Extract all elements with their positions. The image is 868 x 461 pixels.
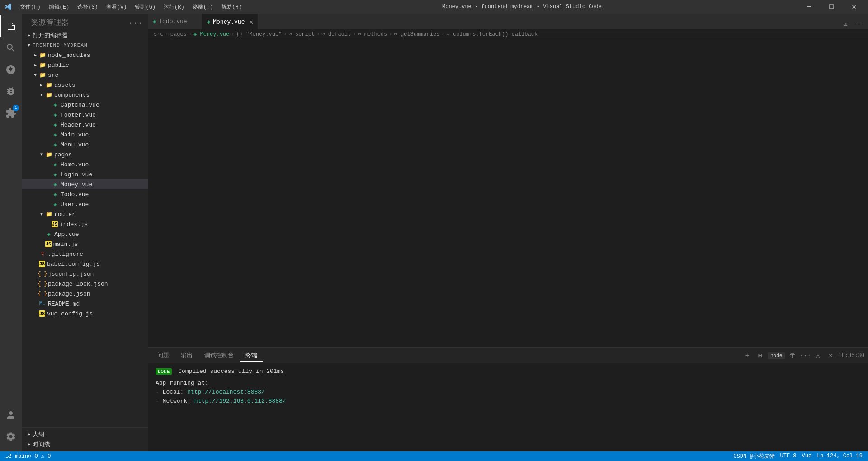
sidebar-item-gitignore[interactable]: ▶ ⌥ .gitignore [22,249,148,259]
sidebar-item-readme[interactable]: ▶ M↓ README.md [22,299,148,309]
vue-icon: ◈ [52,181,59,188]
activity-bar: 1 [0,14,22,451]
activity-explorer[interactable] [0,15,22,37]
activity-search[interactable] [0,37,22,59]
sidebar-item-assets[interactable]: ▶ 📁 assets [22,80,148,90]
sidebar-item-public[interactable]: ▶ 📁 public [22,60,148,70]
breadcrumb-src[interactable]: src [154,31,164,38]
activity-extensions[interactable]: 1 [0,102,22,124]
sidebar-item-footer-vue[interactable]: ▶ ◈ Footer.vue [22,110,148,120]
sidebar-item-project[interactable]: ▼ FRONTEND_MYDREAM [22,40,148,50]
more-actions-button[interactable]: ··· [854,19,864,29]
split-terminal-button[interactable]: ⊞ [755,351,765,361]
minimize-button[interactable]: ─ [798,0,819,14]
window-controls[interactable]: ─ □ ✕ [798,0,864,14]
folder-icon: 📁 [45,151,52,158]
sidebar-item-money-vue[interactable]: ▶ ◈ Money.vue [22,179,148,189]
sidebar-item-index-js[interactable]: ▶ JS index.js [22,219,148,229]
breadcrumb-pages[interactable]: pages [170,31,187,38]
errors-status[interactable]: ⊘ 0 ⚠ 0 [28,453,51,460]
breadcrumb-methods[interactable]: ⊙ methods [358,31,387,38]
breadcrumb-script[interactable]: ⊙ script [289,31,315,38]
sidebar-item-open-editors[interactable]: ▶ 打开的编辑器 [22,30,148,40]
close-button[interactable]: ✕ [844,0,864,14]
sidebar-item-src[interactable]: ▼ 📁 src [22,70,148,80]
sidebar-item-package-lock[interactable]: ▶ { } package-lock.json [22,279,148,289]
terminal-app-running: App running at: [156,379,861,388]
panel-maximize-button[interactable]: △ [813,351,823,361]
breadcrumb-getsummaries[interactable]: ⊙ getSummaries [394,31,439,38]
sidebar-more-button[interactable]: ··· [128,19,143,27]
breadcrumb-money-vue[interactable]: ◈ Money.vue [193,31,229,38]
breadcrumb-foreach-callback[interactable]: ⊙ columns.forEach() callback [447,31,538,38]
sidebar-item-jsconfig[interactable]: ▶ { } jsconfig.json [22,269,148,279]
sidebar-outline[interactable]: ▶ 大纲 [22,429,148,439]
sidebar-item-user-vue[interactable]: ▶ ◈ User.vue [22,199,148,209]
vue-file-icon: ◈ [207,19,210,25]
activity-settings[interactable] [0,426,22,447]
tab-todo-vue[interactable]: ◈ Todo.vue [148,14,203,29]
sidebar-item-pages[interactable]: ▼ 📁 pages [22,150,148,160]
kill-terminal-button[interactable]: 🗑 [788,351,797,361]
terminal-content[interactable]: DONE Compiled successfully in 201ms App … [148,363,868,451]
menu-run[interactable]: 运行(R) [160,2,188,12]
tab-money-vue[interactable]: ◈ Money.vue ✕ [203,14,258,29]
scrollbar-right[interactable] [862,39,868,347]
sidebar-timeline[interactable]: ▶ 时间线 [22,439,148,449]
vue-icon: ◈ [52,191,59,198]
sidebar-item-login-vue[interactable]: ▶ ◈ Login.vue [22,169,148,179]
terminal-local-line: - Local: http://localhost:8888/ [156,388,861,397]
sidebar-item-node-modules[interactable]: ▶ 📁 node_modules [22,50,148,60]
breadcrumb-money-vue-obj[interactable]: {} "Money.vue" [236,31,282,38]
code-content[interactable] [171,39,826,347]
sidebar-title: 资源管理器 [31,18,69,28]
title-bar-menu[interactable]: 文件(F) 编辑(E) 选择(S) 查看(V) 转到(G) 运行(R) 终端(T… [16,2,245,12]
sidebar-item-captcha-vue[interactable]: ▶ ◈ Captcha.vue [22,100,148,110]
maximize-button[interactable]: □ [821,0,842,14]
menu-help[interactable]: 帮助(H) [217,2,245,12]
menu-file[interactable]: 文件(F) [16,2,44,12]
split-editor-button[interactable]: ⊞ [840,19,851,29]
panel-tab-debug-console[interactable]: 调试控制台 [199,349,239,362]
panel-tab-output[interactable]: 输出 [175,349,198,362]
status-cursor[interactable]: Ln 124, Col 19 [817,453,863,459]
network-url[interactable]: http://192.168.0.112:8888/ [194,398,286,405]
sidebar-item-vue-config[interactable]: ▶ JS vue.config.js [22,309,148,319]
title-bar-left: 文件(F) 编辑(E) 选择(S) 查看(V) 转到(G) 运行(R) 终端(T… [4,2,245,12]
sidebar-item-package-json[interactable]: ▶ { } package.json [22,289,148,299]
sidebar-item-main-js[interactable]: ▶ JS main.js [22,239,148,249]
sidebar-item-components[interactable]: ▼ 📁 components [22,90,148,100]
sidebar-item-todo-vue[interactable]: ▶ ◈ Todo.vue [22,189,148,199]
status-language[interactable]: Vue [802,453,812,459]
panel-tab-terminal[interactable]: 终端 [240,349,263,362]
activity-git[interactable] [0,59,22,80]
git-branch-status[interactable]: ⎇ main [5,453,28,460]
sidebar-item-home-vue[interactable]: ▶ ◈ Home.vue [22,160,148,169]
menu-go[interactable]: 转到(G) [131,2,159,12]
breadcrumb-default[interactable]: ⊙ default [321,31,351,38]
panel-tab-problems[interactable]: 问题 [152,349,175,362]
vue-file-icon: ◈ [153,18,156,25]
login-vue-label: Login.vue [61,171,92,178]
sidebar-item-app-vue[interactable]: ▶ ◈ App.vue [22,229,148,239]
new-terminal-button[interactable]: + [742,351,752,361]
activity-debug[interactable] [0,80,22,102]
local-url[interactable]: http://localhost:8888/ [187,389,265,395]
activity-account[interactable] [0,404,22,426]
menu-view[interactable]: 查看(V) [103,2,131,12]
menu-terminal[interactable]: 终端(T) [189,2,217,12]
sidebar-item-header-vue[interactable]: ▶ ◈ Header.vue [22,120,148,130]
tab-close-button[interactable]: ✕ [249,18,253,26]
sidebar-item-menu-vue[interactable]: ▶ ◈ Menu.vue [22,140,148,150]
panel-more-button[interactable]: ··· [800,351,810,361]
sidebar-item-router[interactable]: ▼ 📁 router [22,209,148,219]
status-csdn[interactable]: CSDN @小花皮猪 [733,452,774,460]
panel-close-button[interactable]: ✕ [826,351,835,361]
menu-edit[interactable]: 编辑(E) [45,2,73,12]
status-encoding[interactable]: UTF-8 [780,453,797,459]
menu-select[interactable]: 选择(S) [74,2,102,12]
node-badge: node [768,352,785,359]
sidebar-item-main-vue[interactable]: ▶ ◈ Main.vue [22,130,148,140]
sidebar-item-babel-config[interactable]: ▶ JS babel.config.js [22,259,148,269]
arrow-icon: ▶ [32,61,39,69]
